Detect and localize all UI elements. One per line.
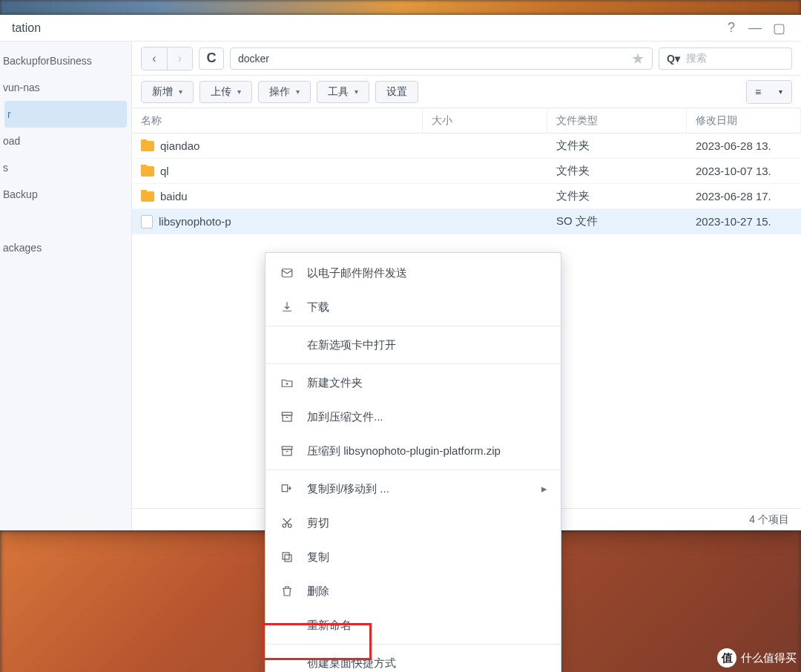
folder-icon	[141, 191, 154, 202]
search-input[interactable]: Q▾ 搜索	[659, 47, 792, 70]
menu-separator	[266, 644, 561, 645]
copy-icon	[279, 550, 295, 564]
file-date: 2023-10-07 13.	[687, 165, 801, 177]
path-text: docker	[238, 53, 269, 65]
menu-label: 删除	[307, 584, 329, 599]
watermark-text: 什么值得买	[741, 651, 797, 665]
sidebar-item-4[interactable]: s	[0, 154, 131, 181]
nav-group: ‹ ›	[141, 47, 193, 70]
col-size[interactable]: 大小	[423, 108, 547, 133]
help-button[interactable]: ?	[721, 18, 742, 39]
svg-rect-9	[283, 553, 289, 559]
menu-label: 以电子邮件附件发送	[307, 266, 407, 280]
tool-button[interactable]: 工具	[317, 81, 369, 103]
settings-button[interactable]: 设置	[375, 81, 418, 103]
search-icon: Q▾	[667, 53, 680, 65]
archive-icon	[279, 410, 295, 424]
menu-label: 复制到/移动到 ...	[307, 482, 389, 496]
file-name: qiandao	[160, 139, 200, 152]
menu-label: 加到压缩文件...	[307, 410, 383, 424]
sidebar-item-0[interactable]: BackupforBusiness	[0, 47, 131, 74]
new-button[interactable]: 新增	[141, 81, 194, 103]
menu-separator	[266, 363, 561, 364]
table-row[interactable]: baidu文件夹2023-06-28 17.	[132, 184, 801, 209]
path-input[interactable]: docker ★	[230, 47, 653, 70]
sidebar-item-1[interactable]: vun-nas	[0, 74, 131, 101]
toolbar-actions-row: 新增 上传 操作 工具 设置 ≡ ▾	[132, 76, 801, 108]
menu-item-11[interactable]: 复制	[266, 540, 561, 574]
toolbar-nav-row: ‹ › C docker ★ Q▾ 搜索	[132, 42, 801, 76]
file-date: 2023-06-28 17.	[687, 190, 801, 202]
file-name: ql	[160, 165, 169, 177]
menu-item-7[interactable]: 压缩到 libsynophoto-plugin-platform.zip	[266, 434, 561, 468]
sidebar: BackupforBusinessvun-nasroadsBackupackag…	[0, 42, 132, 530]
file-icon	[141, 215, 153, 228]
move-icon	[279, 482, 295, 495]
download-icon	[279, 300, 295, 314]
menu-separator	[266, 470, 561, 470]
menu-label: 下载	[307, 300, 329, 314]
file-type: 文件夹	[547, 164, 687, 178]
star-icon[interactable]: ★	[631, 50, 645, 67]
sidebar-item-2[interactable]: r	[4, 101, 127, 128]
minimize-button[interactable]: —	[745, 18, 765, 39]
col-date[interactable]: 修改日期	[687, 108, 801, 133]
menu-item-5[interactable]: 新建文件夹	[266, 366, 561, 400]
menu-item-12[interactable]: 删除	[266, 574, 561, 608]
window-title: tation	[12, 22, 41, 35]
menu-item-6[interactable]: 加到压缩文件...	[266, 400, 561, 434]
menu-item-10[interactable]: 剪切	[266, 506, 561, 540]
file-name: baidu	[160, 190, 188, 202]
search-placeholder: 搜索	[686, 52, 707, 65]
sidebar-item-7[interactable]: ackages	[0, 234, 131, 261]
nav-forward-button[interactable]: ›	[167, 47, 192, 70]
svg-rect-4	[283, 449, 291, 455]
menu-item-9[interactable]: 复制到/移动到 ...▸	[266, 472, 561, 506]
desktop-bg-top	[0, 0, 801, 15]
menu-label: 压缩到 libsynophoto-plugin-platform.zip	[307, 444, 501, 458]
svg-rect-2	[283, 415, 291, 421]
menu-label: 剪切	[307, 516, 329, 530]
col-name[interactable]: 名称	[132, 108, 423, 133]
file-type: SO 文件	[547, 214, 687, 228]
upload-button[interactable]: 上传	[200, 81, 252, 103]
view-more-button[interactable]: ▾	[769, 81, 791, 103]
column-headers: 名称 大小 文件类型 修改日期	[132, 108, 801, 134]
menu-label: 创建桌面快捷方式	[307, 656, 396, 671]
menu-label: 在新选项卡中打开	[307, 338, 396, 352]
trash-icon	[279, 584, 295, 598]
table-row[interactable]: ql文件夹2023-10-07 13.	[132, 159, 801, 184]
menu-item-13[interactable]: 重新命名	[266, 608, 561, 642]
menu-item-3[interactable]: 在新选项卡中打开	[266, 328, 561, 362]
col-type[interactable]: 文件类型	[547, 108, 687, 133]
sidebar-item-6[interactable]	[0, 208, 131, 234]
reload-button[interactable]: C	[199, 47, 224, 70]
menu-item-1[interactable]: 下载	[266, 290, 561, 324]
watermark: 值 什么值得买	[717, 648, 797, 668]
nav-back-button[interactable]: ‹	[142, 47, 167, 70]
menu-separator	[266, 326, 561, 326]
file-name: libsynophoto-p	[159, 215, 231, 228]
table-row[interactable]: libsynophoto-pSO 文件2023-10-27 15.	[132, 209, 801, 234]
file-date: 2023-10-27 15.	[687, 215, 801, 228]
file-type: 文件夹	[547, 139, 687, 153]
context-menu: 以电子邮件附件发送下载在新选项卡中打开新建文件夹加到压缩文件...压缩到 lib…	[265, 252, 561, 672]
menu-label: 复制	[307, 550, 329, 564]
mail-icon	[279, 266, 295, 280]
view-list-button[interactable]: ≡	[747, 81, 769, 103]
menu-item-15[interactable]: 创建桌面快捷方式	[266, 646, 561, 672]
table-row[interactable]: qiandao文件夹2023-06-28 13.	[132, 134, 801, 159]
sidebar-item-3[interactable]: oad	[0, 128, 131, 154]
cut-icon	[279, 516, 295, 530]
action-button[interactable]: 操作	[258, 81, 311, 103]
chevron-right-icon: ▸	[541, 482, 547, 495]
svg-rect-0	[282, 269, 292, 277]
file-type: 文件夹	[547, 189, 687, 203]
menu-item-0[interactable]: 以电子邮件附件发送	[266, 256, 561, 290]
file-date: 2023-06-28 13.	[687, 139, 801, 152]
sidebar-item-5[interactable]: Backup	[0, 181, 131, 208]
item-count: 4 个项目	[749, 513, 789, 527]
svg-rect-8	[285, 555, 291, 561]
maximize-button[interactable]: ▢	[768, 18, 789, 39]
archive-icon	[279, 444, 295, 458]
